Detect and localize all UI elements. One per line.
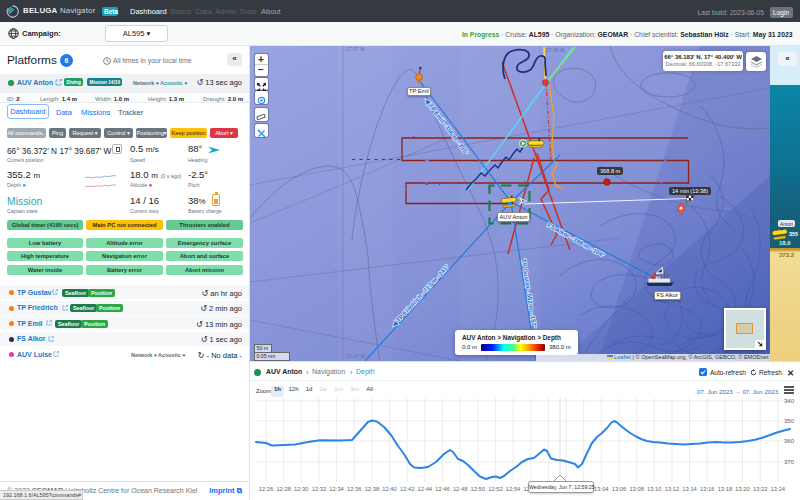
svg-text:12:38: 12:38	[365, 486, 380, 492]
svg-text:12:36: 12:36	[347, 486, 362, 492]
svg-text:370: 370	[784, 459, 795, 465]
svg-text:13:14: 13:14	[682, 486, 697, 492]
svg-text:360: 360	[784, 438, 795, 444]
svg-text:17.46 W: 17.46 W	[546, 47, 565, 53]
svg-text:13:10: 13:10	[647, 486, 662, 492]
svg-text:12:52: 12:52	[488, 486, 503, 492]
svg-text:13:22: 13:22	[753, 486, 768, 492]
svg-text:13:16: 13:16	[700, 486, 715, 492]
svg-text:12:44: 12:44	[418, 486, 433, 492]
svg-text:12:46: 12:46	[435, 486, 450, 492]
svg-text:13:24: 13:24	[771, 486, 786, 492]
svg-text:13:12: 13:12	[665, 486, 680, 492]
svg-text:(17.47 W: (17.47 W	[345, 353, 366, 359]
svg-text:350: 350	[784, 418, 795, 424]
svg-text:12:28: 12:28	[276, 486, 291, 492]
svg-text:12:30: 12:30	[294, 486, 309, 492]
svg-text:12:50: 12:50	[471, 486, 486, 492]
svg-text:13:20: 13:20	[735, 486, 750, 492]
svg-text:12:54: 12:54	[506, 486, 521, 492]
svg-text:12:42: 12:42	[400, 486, 415, 492]
svg-text:13:06: 13:06	[612, 486, 627, 492]
svg-text:340: 340	[784, 398, 795, 404]
svg-text:13:18: 13:18	[718, 486, 733, 492]
svg-text:13:04: 13:04	[594, 486, 609, 492]
svg-text:12:40: 12:40	[382, 486, 397, 492]
svg-text:12:48: 12:48	[453, 486, 468, 492]
svg-text:13:08: 13:08	[629, 486, 644, 492]
svg-text:12:26: 12:26	[259, 486, 274, 492]
svg-text:12:32: 12:32	[312, 486, 327, 492]
svg-text:17.47 W: 17.47 W	[346, 46, 365, 52]
svg-text:12:34: 12:34	[329, 486, 344, 492]
